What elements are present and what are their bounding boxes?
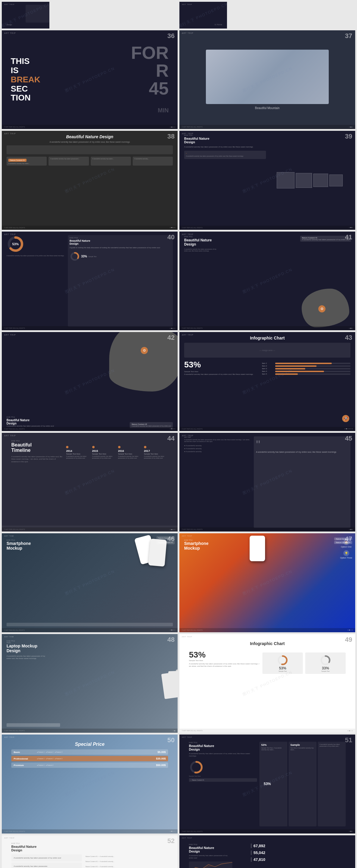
slide-49-bottom-row: 53% Sample Text 33% Sample Text (262, 652, 346, 674)
dot2 (351, 127, 351, 127)
slide-44-text-2014: A wonderful serenity has taken possessio… (66, 456, 90, 459)
slide-42-dots (170, 428, 175, 429)
slide-43-bar-3-fill (275, 368, 305, 370)
slide-51-ease: EASE TITLE (189, 742, 257, 743)
dot1 (349, 227, 350, 228)
slide-39-sq2 (296, 173, 312, 188)
slide-39: ART TRIP 39 BASE TITLE Beautiful NatureD… (179, 131, 355, 229)
slide-45-quote-mark: " (256, 439, 348, 451)
slide-44-title: BeautifulTimeline (11, 442, 63, 453)
dot3 (173, 328, 174, 329)
slide-42-title: Beautiful NatureDesign (6, 418, 54, 425)
slide-37-label: ART TRIP (182, 32, 194, 34)
slide-44: ART TRIP 44 EASE TITLE BeautifulTimeline… (2, 433, 178, 531)
dot3 (351, 629, 351, 630)
slide-42-number: 42 (168, 334, 175, 342)
slide-51-left: EASE TITLE Beautiful NatureDesign A wond… (189, 742, 257, 826)
slide-35b-text: is Home (214, 24, 222, 26)
slide-40-dots (170, 328, 175, 329)
slide-53-ease: EASE TITLE (189, 844, 232, 845)
slide-50: ART TRIP 50 Special Price Basic ● Featur… (2, 735, 178, 833)
slide-52-sb3: Nature Content #3 — A wonderful serenity… (84, 864, 168, 868)
slide-51-number: 51 (345, 736, 352, 744)
dot6 (352, 428, 353, 429)
slide-39-sq1 (277, 172, 295, 188)
slide-49-right: 53% Sample Text 33% Sample Text (262, 650, 346, 725)
slide-40-title: Beautiful NatureDesign (70, 239, 171, 245)
slide-50-footer: © ART TRIP 2011 ALL RIGHTS (2, 829, 178, 834)
slide-38-dots (170, 227, 175, 228)
slide-53-line-chart (189, 862, 232, 868)
dot5 (351, 428, 351, 429)
slide-43-footer: © ART TRIP 2011 ALL RIGHTS (179, 427, 355, 431)
slide-40-number: 40 (168, 234, 175, 241)
dot3 (352, 127, 353, 127)
slide-44-number: 44 (168, 435, 175, 442)
slide-40: ART TRIP 40 53% A wonderful serenity has… (2, 231, 178, 330)
slide-50-basic-f1: ● Feature 1 (37, 751, 44, 753)
slide-49-title: Infographic Chart (189, 641, 346, 646)
dot2 (351, 328, 351, 329)
dot2 (351, 529, 351, 530)
slide-50-premium-f2: ● Feature 2 (46, 764, 54, 766)
slide-51-cols: 53% Sample Text Here. A wonderful sereni… (260, 742, 346, 826)
slide-52-right: Nature Content #1 — A wonderful serenity… (84, 854, 168, 868)
slide-49-number: 49 (345, 636, 352, 644)
slide-50-plan-basic-name: Basic (14, 751, 34, 753)
slide-49-content: 53% Sample Text Here A wonderful serenit… (189, 650, 346, 725)
slide-49-stat2: 33% Sample Text (305, 652, 346, 674)
slide-39-quote-text: A wonderful serenity has taken possessio… (186, 155, 264, 157)
slide-43-rocket-icon: 🚀 (342, 415, 349, 422)
slide-40-pct2: 33% (81, 255, 87, 258)
slide-43-img-placeholder: — image area — (260, 349, 275, 351)
slide-44-left: EASE TITLE BeautifulTimeline A wonderful… (11, 440, 66, 522)
slide-46-bottom-bar (6, 623, 173, 626)
dot3 (352, 831, 353, 832)
slide-43-left: 53% Sample Text Here A wonderful serenit… (184, 360, 259, 376)
slide-49-pct: 53% (189, 650, 260, 660)
slide-38-box2: A wonderful serenity has taken possessio… (49, 157, 89, 165)
slide-49-inner: Infographic Chart 53% Sample Text Here A… (184, 638, 351, 729)
slide-44-ease: EASE TITLE (11, 440, 63, 442)
slide-53-stat-2-val: 55,042 (251, 850, 265, 855)
slide-43-img-area: — image area — (184, 343, 351, 358)
slide-51-col3: A wonderful serenity has taken possessio… (318, 742, 346, 826)
dot3 (351, 731, 351, 731)
slide-47-title: SmartphoneMockup (184, 541, 209, 551)
watermark-38: 图行天下 PHOTOEPD.CN (64, 166, 115, 194)
dot1 (345, 428, 346, 429)
slide-45-items: ● A wonderful serenity ● A wonderful ser… (184, 445, 251, 453)
slide-44-year-2014: 2014 (66, 450, 90, 453)
slide-42-bottom-text: EASE TITLE Beautiful NatureDesign A wond… (6, 416, 54, 427)
watermark-42: 图行天下 PHOTOEPD.CN (64, 368, 115, 396)
slide-43-bar-1-track (275, 363, 351, 364)
slide-35-label: ART TRIP (4, 4, 14, 5)
slide-44-dot-2014 (66, 446, 68, 448)
slide-36-highlight: BREAK (11, 75, 40, 84)
slide-43-label: ART TRIP (182, 334, 194, 336)
slide-51-donut-area: 53% (189, 760, 257, 775)
watermark-36: 图行天下 PHOTOEPD.CN (64, 66, 115, 94)
slide-45-quote-text: A wonderful serenity has taken possessio… (256, 451, 348, 454)
slide-40-base: EASE TITLE (70, 237, 171, 239)
slide-37-footer-left: © ART TRIP 2011 ALL RIGHTS (182, 126, 203, 128)
slide-43-bar-2: Item 2 (262, 365, 351, 367)
slide-38-footer: © ART TRIP 2011 ALL RIGHTS (2, 226, 178, 230)
slide-52-text-box2: A wonderful serenity has taken possessio… (11, 863, 82, 868)
slide-47-label: ART TRIP (182, 535, 192, 537)
dot1 (349, 529, 350, 530)
dot3 (348, 428, 348, 429)
dot1 (170, 629, 171, 630)
slide-36-left-text: THISISBREAKSECTION (11, 57, 40, 102)
watermark-47: 图行天下 PHOTOEPD.CN (242, 569, 293, 597)
slide-49-stat1: 53% Sample Text (262, 652, 303, 674)
slide-39-quote-mark: " (186, 153, 264, 155)
slide-52-inner: EASE TITLE Beautiful NatureDesign A wond… (6, 839, 173, 868)
slide-50-pro-price: $35.00$ (156, 757, 166, 760)
slide-44-tl-2015: 2015 Sample Text Here A wonderful sereni… (92, 446, 116, 459)
slide-45-ease: ART TRIP (184, 436, 251, 438)
slide-38: ART TRIP 38 Beautiful Nature Design A wo… (2, 131, 178, 229)
dot2 (171, 529, 172, 530)
dot4 (174, 831, 175, 832)
slide-48-screen2 (168, 670, 178, 696)
